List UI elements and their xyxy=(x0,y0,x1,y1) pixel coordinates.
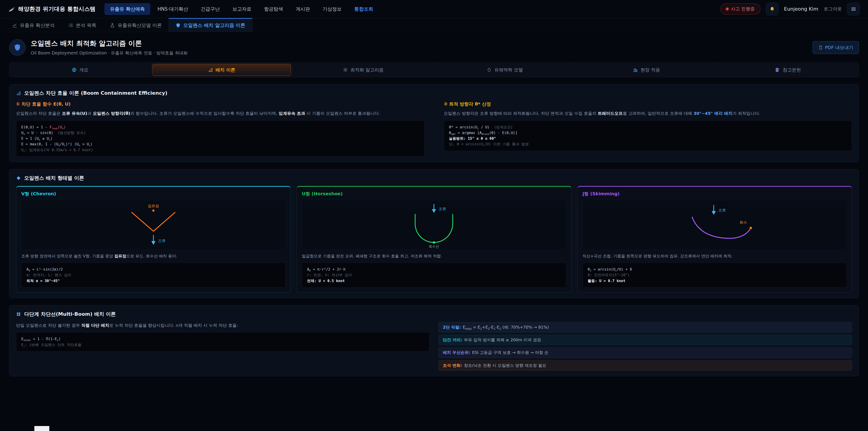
diamond-icon xyxy=(16,176,21,181)
optimal-angle-heading: ② 최적 방향각 θ* 산정 xyxy=(444,101,852,107)
nav-item-emergency-rescue[interactable]: 긴급구난 xyxy=(195,3,225,15)
collection-point-label: 집유점 xyxy=(148,204,159,208)
wing-logo-icon xyxy=(8,6,15,12)
section-tab-cell: 현장 적용 xyxy=(576,63,717,77)
page-header: 오일펜스 배치 최적화 알고리즘 이론 Oil Boom Deployment … xyxy=(0,32,868,61)
shield-icon xyxy=(176,23,181,28)
multiboom-rules: 2단 직렬:Etotal = E1+E2-E1·E2 (예: 70%+70% →… xyxy=(438,322,852,371)
brand[interactable]: 해양환경 위기대응 통합시스템 xyxy=(8,5,95,13)
nav-item-spill-forecast[interactable]: 유출유 확산예측 xyxy=(104,3,150,15)
section-tab-field-application[interactable]: 현장 적용 xyxy=(577,64,716,76)
tab-label: 오일펜스 배치 알고리즘 이론 xyxy=(183,22,245,29)
shape-description: 말굽형으로 기름을 완전 포위. 폐쇄형 구조로 회수 효율 최고. 저조류 해… xyxy=(302,253,566,259)
shape-card-v-chevron: V형 (Chevron) 집유점 조류 조류 방향 정면에서 양쪽으로 펼친 V… xyxy=(16,186,291,293)
globe-icon xyxy=(72,67,76,72)
section-tab-cell: 유체역학 모델 xyxy=(434,63,576,77)
logout-button[interactable]: 로그아웃 xyxy=(824,6,842,12)
tab-label: 유출유확산모델 이론 xyxy=(118,22,162,29)
shape-formula: AV = L²·sin(2α)/2α: 반개각, L: 펜스 길이최적 α ≈ … xyxy=(21,263,285,287)
shape-card-j-skimming: J형 (Skimming) 조류 회수 직선+곡선 조합. 기름을 한쪽으로 편… xyxy=(577,186,852,293)
document-icon xyxy=(818,45,823,50)
rule-label: 단간 거리: xyxy=(443,337,462,342)
brand-title: 해양환경 위기대응 통합시스템 xyxy=(18,5,95,13)
u-shape-diagram: 조류 회수선 xyxy=(302,200,566,250)
page-subtitle: Oil Boom Deployment Optimization · 유출유 확… xyxy=(31,50,188,56)
efficiency-card-title: 오일펜스 차단 효율 이론 (Boom Containment Efficien… xyxy=(16,90,852,96)
page-header-text: 오일펜스 배치 최적화 알고리즘 이론 Oil Boom Deployment … xyxy=(31,39,188,56)
shape-description: 조류 방향 정면에서 양쪽으로 펼친 V형. 기름을 중앙 집유점으로 유도. … xyxy=(21,253,285,259)
ruler-icon xyxy=(208,67,213,72)
nav-item-report-data[interactable]: 보고자료 xyxy=(227,3,257,15)
incident-badge-label: 사고 진행중 xyxy=(731,6,755,12)
list-icon xyxy=(68,23,73,28)
rule-text: 창조/낙조 전환 시 오일펜스 방향 재조정 필요 xyxy=(464,363,546,368)
optimal-angle-formula: θ* = arcsin(Uc / U) (임계조건)θopt = argmax … xyxy=(444,120,852,151)
hamburger-icon xyxy=(850,6,857,12)
rule-text: 부유 집적 방지를 위해 ≥ 200m 이격 권장 xyxy=(464,337,541,342)
shape-formula: AU = π·r²/2 + 2r·hr: 반경, h: 직선부 길이전제: U … xyxy=(302,263,566,287)
section-tab-label: 현장 적용 xyxy=(641,67,660,73)
efficiency-function-formula: E(θ,U) = 1 - Fleak(Un)Un = U · sin(θ) (법… xyxy=(16,120,425,157)
section-tab-label: 유체역학 모델 xyxy=(494,67,523,73)
rule-label: 배치 우선순위: xyxy=(443,350,470,355)
topnav-right: 사고 진행중 Eunjeong Kim 로그아웃 xyxy=(720,3,860,16)
chart-icon xyxy=(12,23,17,28)
section-tab-references[interactable]: 참고문헌 xyxy=(719,64,858,76)
shapes-card: 오일펜스 배치 형태별 이론 V형 (Chevron) 집유점 조류 xyxy=(9,169,859,298)
incident-status-badge[interactable]: 사고 진행중 xyxy=(720,3,761,14)
books-icon xyxy=(775,67,780,72)
tab-analysis-list[interactable]: 분석 목록 xyxy=(61,18,103,32)
recovery-line-label: 회수선 xyxy=(429,245,439,249)
efficiency-function-paragraph: 오일펜스의 차단 효율은 조류 유속(U)과 오일펜스 방향각(θ)의 함수입니… xyxy=(16,110,425,117)
j-shape-diagram: 조류 회수 xyxy=(583,200,847,250)
section-tab-label: 참고문헌 xyxy=(783,67,801,73)
nav-item-weather-info[interactable]: 기상정보 xyxy=(317,3,347,15)
v-shape-diagram: 집유점 조류 xyxy=(21,200,285,250)
multiboom-left-column: 단일 오일펜스로 차단 불가한 경우 직렬 다단 배치로 누적 차단 효율을 향… xyxy=(16,322,430,371)
flask-icon xyxy=(110,23,115,28)
shape-title: V형 (Chevron) xyxy=(21,191,285,197)
top-navigation: 해양환경 위기대응 통합시스템 유출유 확산예측HNS·대기확산긴급구난보고자료… xyxy=(0,0,868,18)
efficiency-right-column: ② 최적 방향각 θ* 산정 오일펜스 방향각은 조류 방향에 따라 최적화됩니… xyxy=(434,101,852,157)
section-tab-cell: 최적화 알고리즘 xyxy=(292,63,434,77)
nav-item-hns-air[interactable]: HNS·대기확산 xyxy=(152,3,194,15)
set-square-icon xyxy=(16,91,21,96)
nav-item-integrated-search[interactable]: 통합조회 xyxy=(349,3,379,15)
tab-label: 분석 목록 xyxy=(76,22,96,29)
status-dot-icon xyxy=(726,8,728,10)
section-tab-cell: 참고문헌 xyxy=(717,63,859,77)
shield-icon xyxy=(13,43,21,51)
pdf-export-label: PDF 내보내기 xyxy=(825,44,853,51)
rule-row-1: 2단 직렬:Etotal = E1+E2-E1·E2 (예: 70%+70% →… xyxy=(438,322,852,333)
multiboom-paragraph: 단일 오일펜스로 차단 불가한 경우 직렬 다단 배치로 누적 차단 효율을 향… xyxy=(16,322,430,329)
section-tabs: 개요배치 이론최적화 알고리즘유체역학 모델현장 적용참고문헌 xyxy=(9,62,859,77)
shape-title: J형 (Skimming) xyxy=(583,191,847,197)
rule-text: Etotal = E1+E2-E1·E2 (예: 70%+70% → 91%) xyxy=(463,325,549,330)
gear-icon xyxy=(343,67,348,72)
tab-spill-model-theory[interactable]: 유출유확산모델 이론 xyxy=(103,18,168,32)
shape-title: U형 (Horseshoe) xyxy=(302,191,566,197)
tab-boom-algorithm-theory[interactable]: 오일펜스 배치 알고리즘 이론 xyxy=(168,18,252,32)
multiboom-formula: Etotal = 1 - Π(1-Ei)Ei: i번째 오일펜스 단독 차단효율 xyxy=(16,332,430,351)
user-name: Eunjeong Kim xyxy=(784,6,818,12)
section-tab-overview[interactable]: 개요 xyxy=(11,64,149,76)
nav-item-air-search[interactable]: 항공탐색 xyxy=(258,3,288,15)
notifications-button[interactable] xyxy=(766,3,778,16)
menu-button[interactable] xyxy=(847,3,860,16)
section-tab-optimization-algorithm[interactable]: 최적화 알고리즘 xyxy=(294,64,433,76)
section-tab-deployment-theory[interactable]: 배치 이론 xyxy=(152,64,291,76)
shape-card-u-horseshoe: U형 (Horseshoe) 조류 회수선 말굽형으로 기름을 완전 포위. 폐… xyxy=(297,186,571,293)
efficiency-left-column: ① 차단 효율 함수 E(θ, U) 오일펜스의 차단 효율은 조류 유속(U)… xyxy=(16,101,434,157)
multiboom-card-title: 다단계 차단선(Multi-Boom) 배치 이론 xyxy=(16,311,852,317)
efficiency-function-heading: ① 차단 효율 함수 E(θ, U) xyxy=(16,101,425,107)
rule-label: 2단 직렬: xyxy=(443,325,461,330)
tab-spill-analysis[interactable]: 유출유 확산분석 xyxy=(5,18,61,32)
nav-item-board[interactable]: 게시판 xyxy=(290,3,315,15)
rule-row-2: 단간 거리:부유 집적 방지를 위해 ≥ 200m 이격 권장 xyxy=(438,335,852,345)
rule-text: ESI 고등급 구역 보호 → 취수원 → 어항 순 xyxy=(472,350,548,355)
pdf-export-button[interactable]: PDF 내보내기 xyxy=(813,41,859,54)
section-tab-label: 최적화 알고리즘 xyxy=(350,67,383,73)
section-tab-hydrodynamic-model[interactable]: 유체역학 모델 xyxy=(436,64,575,76)
section-tab-label: 배치 이론 xyxy=(216,67,235,73)
shape-description: 직선+곡선 조합. 기름을 한쪽으로 편향 유도하여 집유. 강조류에서 연안 … xyxy=(583,253,847,259)
